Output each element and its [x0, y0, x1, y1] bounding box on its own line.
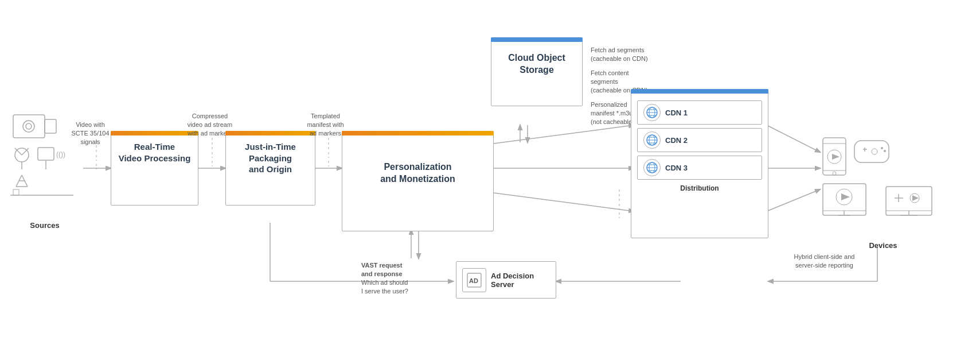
distribution-title: Distribution — [631, 184, 768, 192]
cdn1-box: CDN 1 — [637, 100, 762, 125]
svg-marker-69 — [832, 154, 840, 160]
ad-decision-icon: AD — [462, 268, 486, 292]
svg-marker-81 — [841, 193, 850, 200]
svg-text:AD: AD — [469, 277, 478, 284]
cdn2-label: CDN 2 — [665, 136, 688, 145]
realtime-processing-box: Real-Time Video Processing — [111, 131, 198, 206]
svg-point-71 — [872, 149, 877, 154]
sources-title: Sources — [10, 221, 79, 230]
ad-decision-box: AD Ad Decision Server — [456, 261, 556, 299]
svg-line-13 — [767, 125, 820, 152]
jit-title: Just-in-TimePackagingand Origin — [226, 135, 315, 180]
cdn3-box: CDN 3 — [637, 156, 762, 180]
personalization-title: Personalizationand Monetization — [342, 135, 493, 190]
cloud-storage-header — [491, 37, 583, 42]
svg-point-75 — [884, 150, 886, 152]
cloud-storage-box: Cloud ObjectStorage — [491, 37, 583, 106]
cdn2-box: CDN 2 — [637, 128, 762, 152]
devices-icons — [820, 123, 946, 238]
svg-marker-89 — [912, 195, 919, 201]
fetch-ad-segments-label: Fetch ad segments(cacheable on CDN) — [591, 46, 688, 63]
svg-line-3 — [494, 125, 634, 144]
svg-text:(()): (()) — [56, 150, 65, 158]
svg-rect-46 — [13, 189, 19, 195]
svg-rect-31 — [45, 119, 56, 133]
svg-point-67 — [833, 172, 836, 175]
svg-line-5 — [494, 193, 634, 211]
cdn1-label: CDN 1 — [665, 109, 688, 117]
cloud-storage-title: Cloud ObjectStorage — [491, 42, 582, 81]
devices-area — [820, 123, 946, 241]
vast-request-label: VAST requestand responseWhich ad shouldI… — [361, 261, 436, 295]
jit-packaging-box: Just-in-TimePackagingand Origin — [225, 131, 315, 206]
personalization-header — [342, 131, 494, 135]
reporting-label: Hybrid client-side andserver-side report… — [777, 253, 872, 270]
distribution-header — [631, 89, 768, 94]
cdn3-label: CDN 3 — [665, 164, 688, 172]
ad-decision-label: Ad Decision Server — [491, 272, 550, 289]
cdn2-icon — [643, 131, 661, 149]
svg-point-33 — [26, 123, 32, 129]
cdn3-icon — [643, 159, 661, 176]
personalization-box: Personalizationand Monetization — [342, 131, 494, 231]
svg-point-74 — [881, 147, 883, 149]
svg-point-32 — [23, 121, 34, 132]
distribution-box: CDN 1 CDN 2 — [631, 89, 768, 238]
svg-rect-38 — [38, 148, 54, 160]
svg-line-15 — [767, 189, 820, 211]
cdn1-icon — [643, 104, 661, 121]
sources-description: Video withSCTE 35/104signals — [66, 121, 115, 146]
svg-rect-30 — [13, 115, 45, 138]
devices-title: Devices — [854, 241, 912, 250]
architecture-diagram: (()) Sources Video withSCTE 35/104signal… — [0, 0, 980, 337]
realtime-title: Real-Time Video Processing — [111, 135, 198, 168]
